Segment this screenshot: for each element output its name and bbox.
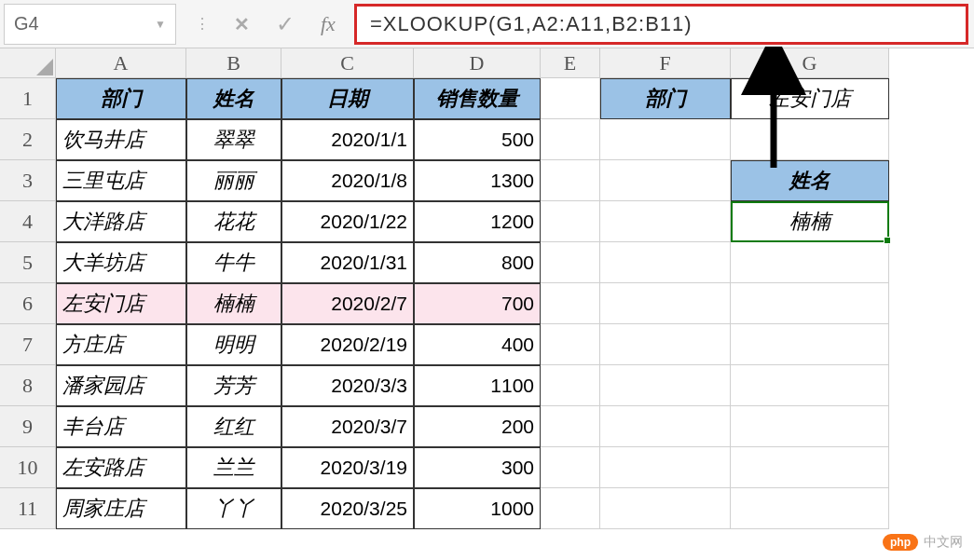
cell-G10[interactable]	[731, 447, 889, 488]
cell-C10[interactable]: 2020/3/19	[281, 447, 414, 488]
row-header-1[interactable]: 1	[0, 78, 56, 119]
cancel-icon[interactable]: ✕	[234, 13, 250, 35]
cell-D6[interactable]: 700	[414, 283, 541, 324]
cell-G6[interactable]	[731, 283, 889, 324]
cell-F9[interactable]	[600, 406, 731, 447]
cell-G7[interactable]	[731, 324, 889, 365]
cell-B7[interactable]: 明明	[186, 324, 281, 365]
cell-F7[interactable]	[600, 324, 731, 365]
cell-C3[interactable]: 2020/1/8	[281, 160, 414, 201]
select-all-corner[interactable]	[0, 48, 56, 78]
cell-A2[interactable]: 饮马井店	[56, 119, 186, 160]
cell-G4[interactable]: 楠楠	[731, 201, 889, 242]
cell-F4[interactable]	[600, 201, 731, 242]
name-box-dropdown-icon[interactable]: ▼	[155, 18, 166, 31]
cell-B2[interactable]: 翠翠	[186, 119, 281, 160]
cell-C5[interactable]: 2020/1/31	[281, 242, 414, 283]
cell-G2[interactable]	[731, 119, 889, 160]
col-header-B[interactable]: B	[186, 48, 281, 78]
row-header-11[interactable]: 11	[0, 488, 56, 529]
dots-icon[interactable]: ⋮	[195, 15, 208, 33]
cell-E11[interactable]	[541, 488, 600, 529]
col-header-E[interactable]: E	[541, 48, 600, 78]
cell-A1[interactable]: 部门	[56, 78, 186, 119]
formula-input[interactable]: =XLOOKUP(G1,A2:A11,B2:B11)	[354, 4, 968, 45]
cell-E9[interactable]	[541, 406, 600, 447]
cell-A10[interactable]: 左安路店	[56, 447, 186, 488]
row-header-7[interactable]: 7	[0, 324, 56, 365]
cell-B5[interactable]: 牛牛	[186, 242, 281, 283]
cell-B4[interactable]: 花花	[186, 201, 281, 242]
cell-G8[interactable]	[731, 365, 889, 406]
cell-E1[interactable]	[541, 78, 600, 119]
cell-C2[interactable]: 2020/1/1	[281, 119, 414, 160]
cell-A7[interactable]: 方庄店	[56, 324, 186, 365]
cell-B11[interactable]: 丫丫	[186, 488, 281, 529]
cell-B1[interactable]: 姓名	[186, 78, 281, 119]
row-header-4[interactable]: 4	[0, 201, 56, 242]
cell-E10[interactable]	[541, 447, 600, 488]
cell-D5[interactable]: 800	[414, 242, 541, 283]
cell-E5[interactable]	[541, 242, 600, 283]
cell-F3[interactable]	[600, 160, 731, 201]
cell-F8[interactable]	[600, 365, 731, 406]
cell-A6[interactable]: 左安门店	[56, 283, 186, 324]
cell-E8[interactable]	[541, 365, 600, 406]
cell-B6[interactable]: 楠楠	[186, 283, 281, 324]
cell-G1[interactable]: 左安门店	[731, 78, 889, 119]
cell-F6[interactable]	[600, 283, 731, 324]
col-header-A[interactable]: A	[56, 48, 186, 78]
cell-A11[interactable]: 周家庄店	[56, 488, 186, 529]
row-header-8[interactable]: 8	[0, 365, 56, 406]
cell-A4[interactable]: 大洋路店	[56, 201, 186, 242]
cell-C7[interactable]: 2020/2/19	[281, 324, 414, 365]
cell-D8[interactable]: 1100	[414, 365, 541, 406]
cell-C4[interactable]: 2020/1/22	[281, 201, 414, 242]
cell-C1[interactable]: 日期	[281, 78, 414, 119]
row-header-3[interactable]: 3	[0, 160, 56, 201]
cell-G11[interactable]	[731, 488, 889, 529]
row-header-10[interactable]: 10	[0, 447, 56, 488]
row-header-9[interactable]: 9	[0, 406, 56, 447]
cell-F5[interactable]	[600, 242, 731, 283]
col-header-G[interactable]: G	[731, 48, 889, 78]
cell-A3[interactable]: 三里屯店	[56, 160, 186, 201]
cell-D2[interactable]: 500	[414, 119, 541, 160]
cell-C8[interactable]: 2020/3/3	[281, 365, 414, 406]
cell-A5[interactable]: 大羊坊店	[56, 242, 186, 283]
cell-B10[interactable]: 兰兰	[186, 447, 281, 488]
cell-E3[interactable]	[541, 160, 600, 201]
col-header-D[interactable]: D	[414, 48, 541, 78]
cell-F10[interactable]	[600, 447, 731, 488]
col-header-F[interactable]: F	[600, 48, 731, 78]
cell-E7[interactable]	[541, 324, 600, 365]
cell-E2[interactable]	[541, 119, 600, 160]
cell-G5[interactable]	[731, 242, 889, 283]
cell-D1[interactable]: 销售数量	[414, 78, 541, 119]
cell-E4[interactable]	[541, 201, 600, 242]
cell-A8[interactable]: 潘家园店	[56, 365, 186, 406]
fx-icon[interactable]: fx	[321, 12, 336, 36]
col-header-C[interactable]: C	[281, 48, 414, 78]
cell-E6[interactable]	[541, 283, 600, 324]
cell-C9[interactable]: 2020/3/7	[281, 406, 414, 447]
cell-D11[interactable]: 1000	[414, 488, 541, 529]
row-header-5[interactable]: 5	[0, 242, 56, 283]
cell-A9[interactable]: 丰台店	[56, 406, 186, 447]
cell-D7[interactable]: 400	[414, 324, 541, 365]
cell-F2[interactable]	[600, 119, 731, 160]
cell-D3[interactable]: 1300	[414, 160, 541, 201]
cell-C11[interactable]: 2020/3/25	[281, 488, 414, 529]
cell-D4[interactable]: 1200	[414, 201, 541, 242]
cell-D10[interactable]: 300	[414, 447, 541, 488]
cell-B8[interactable]: 芳芳	[186, 365, 281, 406]
cell-F11[interactable]	[600, 488, 731, 529]
cell-B3[interactable]: 丽丽	[186, 160, 281, 201]
cell-F1[interactable]: 部门	[600, 78, 731, 119]
cell-G9[interactable]	[731, 406, 889, 447]
cell-D9[interactable]: 200	[414, 406, 541, 447]
cell-C6[interactable]: 2020/2/7	[281, 283, 414, 324]
confirm-icon[interactable]: ✓	[276, 11, 295, 37]
row-header-2[interactable]: 2	[0, 119, 56, 160]
cell-G3[interactable]: 姓名	[731, 160, 889, 201]
